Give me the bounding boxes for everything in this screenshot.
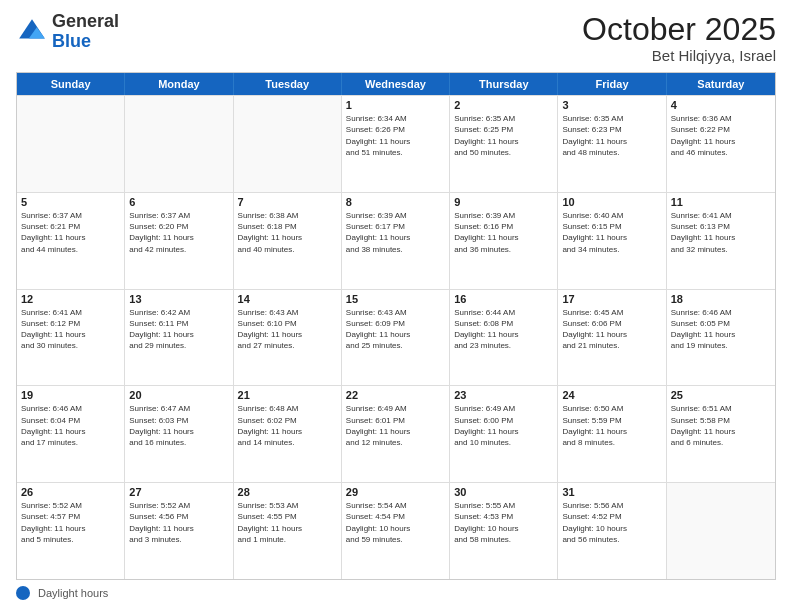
day-info: Sunrise: 6:39 AM Sunset: 6:16 PM Dayligh… <box>454 210 553 255</box>
day-info: Sunrise: 5:53 AM Sunset: 4:55 PM Dayligh… <box>238 500 337 545</box>
day-info: Sunrise: 6:43 AM Sunset: 6:10 PM Dayligh… <box>238 307 337 352</box>
day-number: 26 <box>21 486 120 498</box>
cal-cell: 3Sunrise: 6:35 AM Sunset: 6:23 PM Daylig… <box>558 96 666 192</box>
day-number: 22 <box>346 389 445 401</box>
day-info: Sunrise: 6:40 AM Sunset: 6:15 PM Dayligh… <box>562 210 661 255</box>
cal-cell: 1Sunrise: 6:34 AM Sunset: 6:26 PM Daylig… <box>342 96 450 192</box>
cal-header-day: Monday <box>125 73 233 95</box>
cal-cell <box>17 96 125 192</box>
day-info: Sunrise: 6:35 AM Sunset: 6:25 PM Dayligh… <box>454 113 553 158</box>
day-number: 31 <box>562 486 661 498</box>
day-number: 15 <box>346 293 445 305</box>
day-number: 14 <box>238 293 337 305</box>
cal-header-day: Wednesday <box>342 73 450 95</box>
cal-row: 19Sunrise: 6:46 AM Sunset: 6:04 PM Dayli… <box>17 385 775 482</box>
cal-header-day: Friday <box>558 73 666 95</box>
day-info: Sunrise: 5:52 AM Sunset: 4:56 PM Dayligh… <box>129 500 228 545</box>
footer-label: Daylight hours <box>38 587 108 599</box>
day-info: Sunrise: 6:47 AM Sunset: 6:03 PM Dayligh… <box>129 403 228 448</box>
day-info: Sunrise: 6:37 AM Sunset: 6:21 PM Dayligh… <box>21 210 120 255</box>
day-info: Sunrise: 6:43 AM Sunset: 6:09 PM Dayligh… <box>346 307 445 352</box>
day-info: Sunrise: 6:35 AM Sunset: 6:23 PM Dayligh… <box>562 113 661 158</box>
day-info: Sunrise: 6:45 AM Sunset: 6:06 PM Dayligh… <box>562 307 661 352</box>
day-number: 8 <box>346 196 445 208</box>
day-number: 9 <box>454 196 553 208</box>
day-number: 18 <box>671 293 771 305</box>
day-number: 29 <box>346 486 445 498</box>
day-number: 5 <box>21 196 120 208</box>
cal-cell: 28Sunrise: 5:53 AM Sunset: 4:55 PM Dayli… <box>234 483 342 579</box>
day-number: 2 <box>454 99 553 111</box>
day-number: 4 <box>671 99 771 111</box>
day-number: 24 <box>562 389 661 401</box>
day-number: 3 <box>562 99 661 111</box>
cal-cell: 15Sunrise: 6:43 AM Sunset: 6:09 PM Dayli… <box>342 290 450 386</box>
cal-cell: 12Sunrise: 6:41 AM Sunset: 6:12 PM Dayli… <box>17 290 125 386</box>
cal-cell <box>125 96 233 192</box>
cal-cell: 29Sunrise: 5:54 AM Sunset: 4:54 PM Dayli… <box>342 483 450 579</box>
day-info: Sunrise: 6:39 AM Sunset: 6:17 PM Dayligh… <box>346 210 445 255</box>
cal-cell: 25Sunrise: 6:51 AM Sunset: 5:58 PM Dayli… <box>667 386 775 482</box>
day-number: 10 <box>562 196 661 208</box>
day-number: 11 <box>671 196 771 208</box>
cal-header-day: Sunday <box>17 73 125 95</box>
cal-cell: 22Sunrise: 6:49 AM Sunset: 6:01 PM Dayli… <box>342 386 450 482</box>
day-number: 16 <box>454 293 553 305</box>
cal-header-day: Tuesday <box>234 73 342 95</box>
cal-row: 12Sunrise: 6:41 AM Sunset: 6:12 PM Dayli… <box>17 289 775 386</box>
cal-cell: 10Sunrise: 6:40 AM Sunset: 6:15 PM Dayli… <box>558 193 666 289</box>
cal-cell: 31Sunrise: 5:56 AM Sunset: 4:52 PM Dayli… <box>558 483 666 579</box>
cal-cell: 18Sunrise: 6:46 AM Sunset: 6:05 PM Dayli… <box>667 290 775 386</box>
day-info: Sunrise: 6:48 AM Sunset: 6:02 PM Dayligh… <box>238 403 337 448</box>
cal-header-day: Thursday <box>450 73 558 95</box>
cal-cell: 27Sunrise: 5:52 AM Sunset: 4:56 PM Dayli… <box>125 483 233 579</box>
cal-row: 26Sunrise: 5:52 AM Sunset: 4:57 PM Dayli… <box>17 482 775 579</box>
cal-row: 5Sunrise: 6:37 AM Sunset: 6:21 PM Daylig… <box>17 192 775 289</box>
day-info: Sunrise: 6:42 AM Sunset: 6:11 PM Dayligh… <box>129 307 228 352</box>
day-info: Sunrise: 6:34 AM Sunset: 6:26 PM Dayligh… <box>346 113 445 158</box>
day-info: Sunrise: 6:44 AM Sunset: 6:08 PM Dayligh… <box>454 307 553 352</box>
day-info: Sunrise: 6:46 AM Sunset: 6:05 PM Dayligh… <box>671 307 771 352</box>
day-info: Sunrise: 6:37 AM Sunset: 6:20 PM Dayligh… <box>129 210 228 255</box>
cal-cell: 26Sunrise: 5:52 AM Sunset: 4:57 PM Dayli… <box>17 483 125 579</box>
day-number: 1 <box>346 99 445 111</box>
day-info: Sunrise: 5:56 AM Sunset: 4:52 PM Dayligh… <box>562 500 661 545</box>
cal-cell: 30Sunrise: 5:55 AM Sunset: 4:53 PM Dayli… <box>450 483 558 579</box>
logo-text: General Blue <box>52 12 119 52</box>
cal-cell: 20Sunrise: 6:47 AM Sunset: 6:03 PM Dayli… <box>125 386 233 482</box>
cal-cell: 14Sunrise: 6:43 AM Sunset: 6:10 PM Dayli… <box>234 290 342 386</box>
day-number: 7 <box>238 196 337 208</box>
cal-cell: 2Sunrise: 6:35 AM Sunset: 6:25 PM Daylig… <box>450 96 558 192</box>
calendar: SundayMondayTuesdayWednesdayThursdayFrid… <box>16 72 776 580</box>
cal-cell: 16Sunrise: 6:44 AM Sunset: 6:08 PM Dayli… <box>450 290 558 386</box>
cal-cell: 19Sunrise: 6:46 AM Sunset: 6:04 PM Dayli… <box>17 386 125 482</box>
cal-cell: 13Sunrise: 6:42 AM Sunset: 6:11 PM Dayli… <box>125 290 233 386</box>
title-block: October 2025 Bet Hilqiyya, Israel <box>582 12 776 64</box>
day-info: Sunrise: 6:46 AM Sunset: 6:04 PM Dayligh… <box>21 403 120 448</box>
cal-row: 1Sunrise: 6:34 AM Sunset: 6:26 PM Daylig… <box>17 95 775 192</box>
location-subtitle: Bet Hilqiyya, Israel <box>582 47 776 64</box>
cal-cell: 17Sunrise: 6:45 AM Sunset: 6:06 PM Dayli… <box>558 290 666 386</box>
daylight-indicator <box>16 586 30 600</box>
day-number: 6 <box>129 196 228 208</box>
cal-cell: 9Sunrise: 6:39 AM Sunset: 6:16 PM Daylig… <box>450 193 558 289</box>
day-number: 21 <box>238 389 337 401</box>
day-number: 13 <box>129 293 228 305</box>
day-number: 17 <box>562 293 661 305</box>
day-info: Sunrise: 6:41 AM Sunset: 6:12 PM Dayligh… <box>21 307 120 352</box>
cal-cell: 23Sunrise: 6:49 AM Sunset: 6:00 PM Dayli… <box>450 386 558 482</box>
day-number: 23 <box>454 389 553 401</box>
day-number: 28 <box>238 486 337 498</box>
day-info: Sunrise: 6:51 AM Sunset: 5:58 PM Dayligh… <box>671 403 771 448</box>
cal-cell: 21Sunrise: 6:48 AM Sunset: 6:02 PM Dayli… <box>234 386 342 482</box>
header: General Blue October 2025 Bet Hilqiyya, … <box>16 12 776 64</box>
cal-cell: 7Sunrise: 6:38 AM Sunset: 6:18 PM Daylig… <box>234 193 342 289</box>
cal-cell <box>234 96 342 192</box>
footer: Daylight hours <box>16 586 776 600</box>
day-number: 20 <box>129 389 228 401</box>
day-number: 19 <box>21 389 120 401</box>
month-title: October 2025 <box>582 12 776 47</box>
day-info: Sunrise: 5:55 AM Sunset: 4:53 PM Dayligh… <box>454 500 553 545</box>
calendar-header: SundayMondayTuesdayWednesdayThursdayFrid… <box>17 73 775 95</box>
cal-cell <box>667 483 775 579</box>
